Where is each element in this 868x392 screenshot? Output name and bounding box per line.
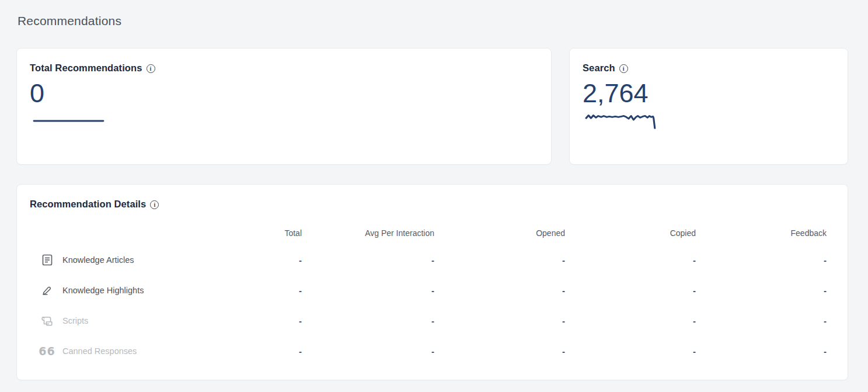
- quill-icon: [41, 285, 53, 296]
- total-recommendations-card: Total Recommendations i 0: [16, 48, 552, 165]
- cell-feedback: -: [696, 286, 827, 296]
- row-label: Scripts: [62, 316, 88, 325]
- cell-copied: -: [565, 346, 696, 356]
- search-value: 2,764: [583, 78, 835, 109]
- cell-feedback: -: [696, 255, 827, 265]
- column-header-avg-per-interaction: Avg Per Interaction: [302, 228, 434, 238]
- cell-avg-per-interaction: -: [302, 316, 434, 326]
- cell-opened: -: [434, 286, 565, 296]
- cell-feedback: -: [696, 346, 827, 356]
- row-label: Knowledge Highlights: [62, 286, 144, 295]
- column-header-opened: Opened: [434, 228, 565, 238]
- column-header-feedback: Feedback: [696, 228, 827, 238]
- table-row-knowledge-articles: Knowledge Articles - - - - -: [17, 245, 848, 275]
- column-header-copied: Copied: [565, 228, 696, 238]
- cell-total: -: [172, 286, 302, 296]
- cell-total: -: [172, 346, 302, 356]
- row-label: Knowledge Articles: [62, 255, 134, 265]
- recommendation-details-card: Recommendation Details i Total Avg Per I…: [16, 184, 848, 380]
- column-header-total: Total: [172, 228, 302, 238]
- cell-avg-per-interaction: -: [302, 286, 434, 296]
- total-recommendations-sparkline: [32, 110, 105, 132]
- cell-opened: -: [434, 316, 565, 326]
- summary-cards-row: Total Recommendations i 0 Search i 2,764: [16, 48, 848, 165]
- quotes-icon: 66: [41, 345, 53, 357]
- recommendation-details-table: Total Avg Per Interaction Opened Copied …: [17, 221, 848, 366]
- cell-opened: -: [434, 255, 565, 265]
- info-icon[interactable]: i: [619, 64, 628, 73]
- scroll-icon: [41, 315, 53, 327]
- info-icon[interactable]: i: [147, 64, 155, 73]
- article-icon: [41, 254, 53, 266]
- cell-avg-per-interaction: -: [302, 346, 434, 356]
- cell-copied: -: [565, 255, 696, 265]
- cell-feedback: -: [696, 316, 827, 326]
- search-card: Search i 2,764: [569, 48, 848, 165]
- table-row-canned-responses: 66 Canned Responses - - - - -: [17, 336, 848, 366]
- cell-copied: -: [565, 286, 696, 296]
- table-header-row: Total Avg Per Interaction Opened Copied …: [17, 221, 848, 245]
- cell-opened: -: [434, 346, 565, 356]
- table-row-knowledge-highlights: Knowledge Highlights - - - - -: [17, 275, 848, 306]
- info-icon[interactable]: i: [150, 200, 159, 209]
- cell-total: -: [172, 255, 302, 265]
- recommendations-page: Recommendations Total Recommendations i …: [0, 0, 868, 380]
- search-sparkline: [585, 110, 658, 132]
- table-row-scripts: Scripts - - - - -: [17, 306, 848, 336]
- cell-copied: -: [565, 316, 696, 326]
- search-title: Search: [583, 63, 615, 74]
- total-recommendations-title: Total Recommendations: [30, 63, 142, 74]
- row-label: Canned Responses: [62, 346, 137, 356]
- page-title: Recommendations: [18, 14, 848, 28]
- cell-total: -: [172, 316, 302, 326]
- total-recommendations-value: 0: [30, 78, 538, 109]
- recommendation-details-title: Recommendation Details: [30, 199, 146, 210]
- cell-avg-per-interaction: -: [302, 255, 434, 265]
